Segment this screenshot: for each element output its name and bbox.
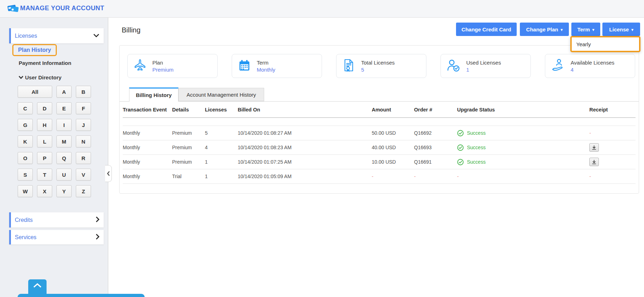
card-label: Used Licenses xyxy=(466,60,501,66)
cell-licenses: 5 xyxy=(205,130,238,136)
dropdown-option-yearly[interactable]: Yearly xyxy=(576,41,639,47)
letter-button-t[interactable]: T xyxy=(37,169,52,181)
tab-label: Account Management History xyxy=(187,92,256,98)
sidebar-item-user-directory[interactable]: User Directory xyxy=(18,74,61,80)
change-credit-card-button[interactable]: Change Credit Card xyxy=(456,23,517,36)
download-receipt-button[interactable] xyxy=(589,158,599,166)
cell-billed-on: 10/14/2020 01:08:27 AM xyxy=(238,130,372,136)
letter-button-y[interactable]: Y xyxy=(56,185,72,197)
chevron-down-icon xyxy=(93,33,99,39)
license-button[interactable]: License ▾ xyxy=(602,23,640,36)
letter-button-q[interactable]: Q xyxy=(56,152,72,164)
button-label: Term xyxy=(577,26,590,32)
cell-amount: 40.00 USD xyxy=(372,145,414,150)
card-value: 1 xyxy=(466,67,501,73)
hand-user-icon xyxy=(551,59,565,73)
cell-amount: 50.00 USD xyxy=(372,130,414,136)
user-check-icon xyxy=(446,59,461,73)
letter-button-v[interactable]: V xyxy=(76,169,91,181)
chevron-right-icon xyxy=(95,216,99,224)
letter-button-h[interactable]: H xyxy=(37,119,52,131)
sidebar-item-payment-information[interactable]: Payment Information xyxy=(19,60,71,66)
cell-receipt: - xyxy=(589,130,636,136)
letter-button-u[interactable]: U xyxy=(56,169,72,181)
change-plan-button[interactable]: Change Plan ▾ xyxy=(520,23,569,36)
cell-order: Q16692 xyxy=(414,130,457,136)
card-used-licenses: Used Licenses 1 xyxy=(441,54,531,78)
letter-button-all[interactable]: All xyxy=(18,86,52,98)
cell-amount: 10.00 USD xyxy=(372,159,414,165)
letter-button-k[interactable]: K xyxy=(18,135,33,147)
column-header: Billed On xyxy=(238,107,372,113)
sidebar-item-licenses[interactable]: Licenses xyxy=(9,28,104,43)
term-button[interactable]: Term ▾ xyxy=(571,23,600,36)
table-row: Monthly Premium 4 10/14/2020 01:08:23 AM… xyxy=(123,140,636,155)
billing-history-table: Transaction Event Details Licenses Bille… xyxy=(123,102,636,184)
letter-button-d[interactable]: D xyxy=(37,102,52,114)
column-header: Upgrade Status xyxy=(457,107,589,113)
license-doc-icon xyxy=(342,59,356,73)
button-label: License xyxy=(609,26,629,32)
status-text: Success xyxy=(467,159,486,165)
letter-button-g[interactable]: G xyxy=(18,119,33,131)
cell-details: Premium xyxy=(172,159,205,165)
sidebar-collapse-handle[interactable] xyxy=(105,165,112,182)
letter-button-r[interactable]: R xyxy=(76,152,91,164)
cell-order: - xyxy=(414,174,457,179)
column-header: Details xyxy=(172,107,205,113)
sidebar-item-credits[interactable]: Credits xyxy=(9,212,104,228)
letter-button-e[interactable]: E xyxy=(56,102,72,114)
cell-licenses: 4 xyxy=(205,145,238,150)
cell-order: Q16691 xyxy=(414,159,457,165)
letter-button-f[interactable]: F xyxy=(76,102,91,114)
card-value: Monthly xyxy=(257,67,275,73)
letter-button-s[interactable]: S xyxy=(18,169,33,181)
tab-strip-divider xyxy=(120,101,639,102)
card-label: Plan xyxy=(152,60,174,66)
letter-button-j[interactable]: J xyxy=(76,119,91,131)
calendar-icon xyxy=(238,59,251,73)
plan-history-label: Plan History xyxy=(18,47,51,53)
cell-details: Premium xyxy=(172,130,205,136)
cell-transaction-event: Monthly xyxy=(123,174,172,179)
cell-receipt xyxy=(589,143,636,152)
letter-button-b[interactable]: B xyxy=(76,86,91,98)
card-value: 5 xyxy=(361,67,395,73)
card-total-licenses: Total Licenses 5 xyxy=(336,54,426,78)
download-icon xyxy=(591,159,597,165)
letter-button-w[interactable]: W xyxy=(18,185,33,197)
letter-button-c[interactable]: C xyxy=(18,102,33,114)
table-row: Monthly Premium 5 10/14/2020 01:08:27 AM… xyxy=(123,126,636,140)
card-term: Term Monthly xyxy=(232,54,322,78)
letter-button-i[interactable]: I xyxy=(56,119,72,131)
letter-button-l[interactable]: L xyxy=(37,135,52,147)
button-label: Change Credit Card xyxy=(462,26,511,32)
cell-transaction-event: Monthly xyxy=(123,130,172,136)
letter-button-o[interactable]: O xyxy=(18,152,33,164)
download-receipt-button[interactable] xyxy=(589,143,599,152)
tab-account-management-history[interactable]: Account Management History xyxy=(178,88,264,101)
status-text: Success xyxy=(467,130,486,136)
chevron-down-icon xyxy=(18,75,24,79)
letter-button-a[interactable]: A xyxy=(56,86,72,98)
services-label: Services xyxy=(15,234,36,241)
letter-button-n[interactable]: N xyxy=(76,135,91,147)
page-title: Billing xyxy=(122,26,140,34)
cell-amount: - xyxy=(372,174,414,179)
scroll-top-button[interactable] xyxy=(28,279,47,297)
cell-upgrade-status: Success xyxy=(457,144,589,151)
letter-button-z[interactable]: Z xyxy=(76,185,91,197)
table-row: Monthly Trial 1 10/14/2020 01:05:09 AM -… xyxy=(123,169,636,184)
sidebar-item-services[interactable]: Services xyxy=(9,230,104,244)
sidebar-item-plan-history[interactable]: Plan History xyxy=(12,44,57,56)
table-header-row: Transaction Event Details Licenses Bille… xyxy=(123,102,636,118)
accent-bar xyxy=(9,230,11,244)
letter-button-x[interactable]: X xyxy=(37,185,52,197)
credits-label: Credits xyxy=(15,217,33,223)
cell-billed-on: 10/14/2020 01:05:09 AM xyxy=(238,174,372,179)
tab-billing-history[interactable]: Billing History xyxy=(129,87,178,102)
card-label: Available Licenses xyxy=(571,60,614,66)
letter-button-p[interactable]: P xyxy=(37,152,52,164)
column-header: Receipt xyxy=(589,107,636,113)
letter-button-m[interactable]: M xyxy=(56,135,72,147)
